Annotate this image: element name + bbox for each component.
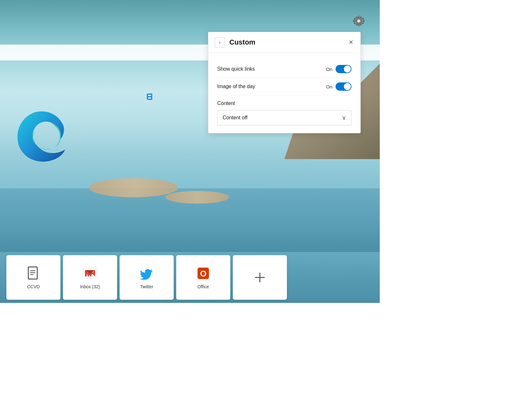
ccvd-label: CCVD: [27, 284, 40, 289]
image-of-day-toggle-group: On: [326, 82, 351, 91]
close-button[interactable]: ✕: [346, 38, 355, 47]
ccvd-icon: [26, 266, 41, 281]
panel-header: ‹ Custom ✕: [208, 32, 360, 53]
quick-link-twitter[interactable]: Twitter: [120, 255, 174, 300]
inbox-label: Inbox (32): [80, 284, 100, 289]
image-of-day-row: Image of the day On: [217, 78, 351, 95]
bing-icon: ᗺ: [146, 92, 155, 103]
twitter-icon: [139, 266, 154, 281]
chevron-down-icon: ∨: [342, 114, 346, 121]
back-button[interactable]: ‹: [215, 37, 225, 47]
show-quick-links-state: On: [326, 66, 332, 72]
image-of-day-state: On: [326, 84, 332, 89]
show-quick-links-label: Show quick links: [217, 66, 255, 72]
content-section: Content Content off ∨: [217, 101, 351, 125]
content-dropdown-value: Content off: [223, 115, 247, 121]
twitter-label: Twitter: [140, 284, 153, 289]
toggle-knob: [344, 66, 351, 73]
add-icon: [252, 270, 267, 285]
svg-point-2: [357, 19, 360, 23]
image-of-day-toggle[interactable]: [336, 82, 351, 91]
quick-links-bar: CCVD M M Inbox (32): [0, 252, 380, 303]
office-icon: O: [196, 266, 211, 281]
svg-text:O: O: [200, 269, 206, 278]
quick-link-office[interactable]: O Office: [176, 255, 230, 300]
quick-link-ccvd[interactable]: CCVD: [6, 255, 60, 300]
svg-text:ᗺ: ᗺ: [146, 93, 152, 101]
sandbar-decoration: [89, 178, 178, 197]
quick-link-inbox[interactable]: M M Inbox (32): [63, 255, 117, 300]
content-label: Content: [217, 101, 351, 106]
settings-gear-icon[interactable]: [353, 15, 365, 27]
gmail-icon: M M: [82, 266, 98, 281]
toggle-knob: [344, 83, 351, 90]
show-quick-links-toggle-group: On: [326, 65, 351, 73]
content-dropdown[interactable]: Content off ∨: [217, 110, 351, 125]
sandbar-decoration: [165, 191, 229, 204]
edge-logo: [10, 105, 73, 169]
show-quick-links-toggle[interactable]: [336, 65, 351, 73]
quick-link-add[interactable]: [233, 255, 287, 300]
custom-panel: ‹ Custom ✕ Show quick links On Image of …: [208, 32, 361, 133]
show-quick-links-row: Show quick links On: [217, 60, 351, 78]
panel-title: Custom: [229, 38, 354, 46]
office-label: Office: [198, 284, 209, 289]
image-of-day-label: Image of the day: [217, 84, 255, 89]
panel-body: Show quick links On Image of the day On …: [208, 53, 360, 133]
